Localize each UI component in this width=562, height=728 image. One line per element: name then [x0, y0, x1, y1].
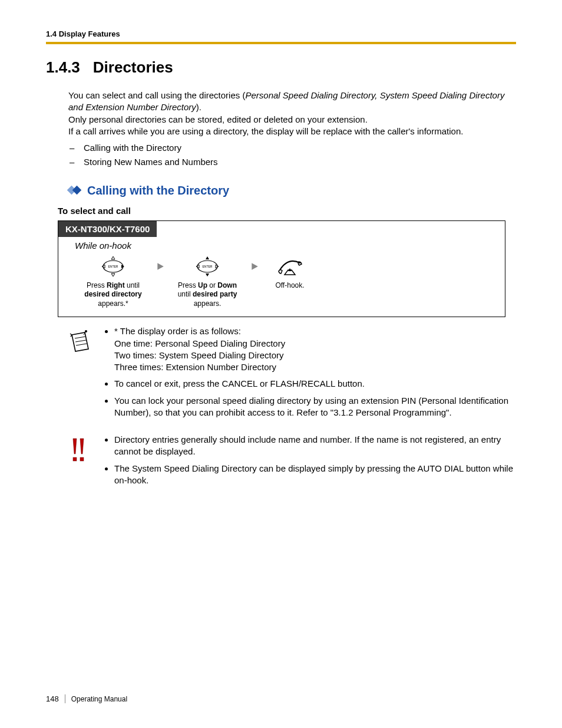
- procedure-box: KX-NT300/KX-T7600 While on-hook ENTER: [58, 220, 505, 318]
- svg-marker-8: [206, 256, 209, 259]
- list-item: Storing New Names and Numbers: [84, 156, 516, 168]
- intro-text: Only personal directories can be stored,…: [68, 114, 516, 126]
- step-caption: Press Right until desired directory appe…: [75, 281, 151, 309]
- intro-list: Calling with the Directory Storing New N…: [68, 142, 516, 169]
- svg-marker-6: [157, 263, 164, 270]
- section-number: 1.4.3: [46, 58, 80, 77]
- subsection-title: Calling with the Directory: [87, 184, 229, 197]
- procedure-heading: To select and call: [58, 206, 516, 216]
- subsection-heading: Calling with the Directory: [68, 184, 516, 197]
- note-item: The System Speed Dialing Directory can b…: [114, 463, 516, 487]
- header-rule: [46, 42, 516, 44]
- notepad-icon: [68, 325, 103, 423]
- note-item: Directory entries generally should inclu…: [114, 434, 516, 458]
- svg-marker-1: [111, 256, 115, 259]
- running-header: 1.4 Display Features: [46, 29, 516, 38]
- svg-text:ENTER: ENTER: [108, 265, 118, 268]
- off-hook-icon: [263, 253, 316, 280]
- navigation-key-icon: ENTER: [169, 253, 246, 280]
- intro-text: If a call arrives while you are using a …: [68, 126, 516, 137]
- svg-text:ENTER: ENTER: [203, 265, 213, 268]
- step-caption: Press Up or Down until desired party app…: [169, 281, 246, 309]
- important-block: Directory entries generally should inclu…: [68, 434, 516, 491]
- section-title: 1.4.3Directories: [46, 58, 516, 77]
- phone-state: While on-hook: [75, 241, 495, 251]
- arrow-right-icon: [151, 253, 169, 280]
- step-caption: Off-hook.: [263, 281, 316, 291]
- model-tab: KX-NT300/KX-T7600: [58, 221, 157, 237]
- note-item: To cancel or exit, press the CANCEL or F…: [114, 378, 516, 390]
- svg-rect-21: [80, 457, 84, 461]
- navigation-key-icon: ENTER: [75, 253, 151, 280]
- page-number: 148: [46, 694, 65, 703]
- svg-marker-2: [111, 274, 115, 276]
- arrow-right-icon: [246, 253, 263, 280]
- note-item: * The display order is as follows: One t…: [114, 325, 516, 373]
- intro-block: You can select and call using the direct…: [68, 90, 516, 169]
- svg-marker-13: [252, 263, 258, 270]
- svg-marker-9: [206, 274, 209, 276]
- intro-text: ).: [196, 102, 201, 112]
- manual-name: Operating Manual: [71, 695, 127, 703]
- page-footer: 148 Operating Manual: [46, 694, 127, 703]
- important-icon: [68, 434, 103, 491]
- intro-text: You can select and call using the direct…: [68, 90, 245, 100]
- note-item: You can lock your personal speed dialing…: [114, 395, 516, 419]
- list-item: Calling with the Directory: [84, 142, 516, 154]
- svg-rect-20: [73, 457, 77, 461]
- note-block: * The display order is as follows: One t…: [68, 325, 516, 423]
- section-name: Directories: [93, 58, 173, 76]
- diamond-bullet-icon: [68, 185, 81, 196]
